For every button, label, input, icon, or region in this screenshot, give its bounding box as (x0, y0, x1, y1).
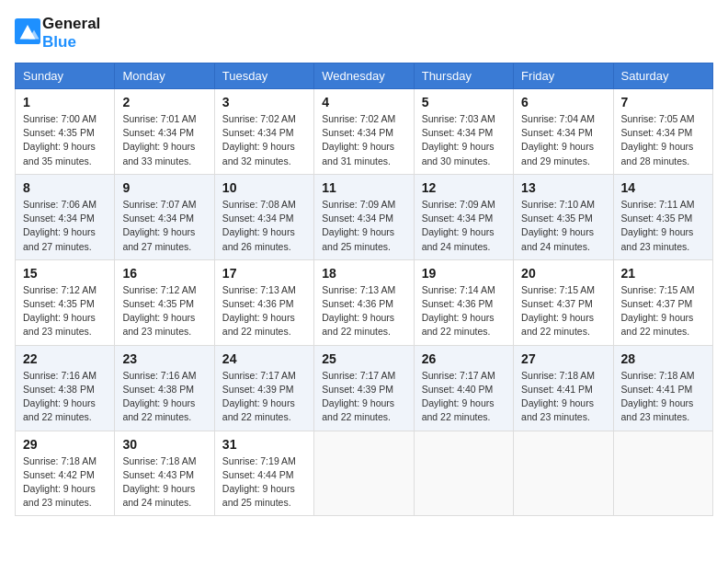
day-info: Sunrise: 7:15 AMSunset: 4:37 PMDaylight:… (621, 283, 705, 339)
day-number: 31 (222, 437, 306, 452)
day-number: 18 (322, 266, 405, 281)
day-info: Sunrise: 7:02 AMSunset: 4:34 PMDaylight:… (322, 112, 405, 168)
weekday-header: Thursday (414, 63, 513, 89)
weekday-header: Saturday (613, 63, 712, 89)
calendar-cell: 25Sunrise: 7:17 AMSunset: 4:39 PMDayligh… (314, 345, 414, 431)
calendar-cell: 6Sunrise: 7:04 AMSunset: 4:34 PMDaylight… (514, 89, 613, 175)
day-info: Sunrise: 7:13 AMSunset: 4:36 PMDaylight:… (322, 283, 405, 339)
calendar-cell: 18Sunrise: 7:13 AMSunset: 4:36 PMDayligh… (314, 259, 414, 345)
day-info: Sunrise: 7:18 AMSunset: 4:41 PMDaylight:… (621, 369, 705, 425)
calendar-week-row: 22Sunrise: 7:16 AMSunset: 4:38 PMDayligh… (16, 345, 713, 431)
calendar-week-row: 29Sunrise: 7:18 AMSunset: 4:42 PMDayligh… (16, 431, 713, 516)
calendar-cell (414, 431, 513, 516)
calendar-cell (514, 431, 613, 516)
day-info: Sunrise: 7:17 AMSunset: 4:39 PMDaylight:… (322, 369, 405, 425)
calendar-cell: 13Sunrise: 7:10 AMSunset: 4:35 PMDayligh… (514, 174, 613, 259)
day-number: 3 (222, 95, 306, 109)
calendar-cell: 31Sunrise: 7:19 AMSunset: 4:44 PMDayligh… (214, 431, 313, 516)
day-number: 25 (322, 351, 405, 366)
day-info: Sunrise: 7:15 AMSunset: 4:37 PMDaylight:… (521, 283, 605, 339)
calendar-cell: 2Sunrise: 7:01 AMSunset: 4:34 PMDaylight… (115, 89, 214, 175)
day-number: 20 (521, 266, 605, 281)
weekday-header: Friday (514, 63, 613, 89)
calendar-cell: 20Sunrise: 7:15 AMSunset: 4:37 PMDayligh… (514, 259, 613, 345)
weekday-header-row: SundayMondayTuesdayWednesdayThursdayFrid… (16, 63, 713, 89)
calendar-cell: 16Sunrise: 7:12 AMSunset: 4:35 PMDayligh… (115, 259, 214, 345)
weekday-header: Monday (115, 63, 214, 89)
weekday-header: Wednesday (314, 63, 414, 89)
weekday-header: Tuesday (214, 63, 313, 89)
day-number: 9 (122, 180, 206, 195)
day-number: 1 (23, 95, 107, 109)
calendar-week-row: 15Sunrise: 7:12 AMSunset: 4:35 PMDayligh… (16, 259, 713, 345)
calendar-cell: 23Sunrise: 7:16 AMSunset: 4:38 PMDayligh… (115, 345, 214, 431)
day-number: 10 (222, 180, 306, 195)
calendar-cell: 22Sunrise: 7:16 AMSunset: 4:38 PMDayligh… (16, 345, 115, 431)
calendar-cell: 21Sunrise: 7:15 AMSunset: 4:37 PMDayligh… (613, 259, 712, 345)
page-header: General Blue (15, 15, 713, 52)
day-number: 5 (422, 95, 506, 109)
calendar-cell: 28Sunrise: 7:18 AMSunset: 4:41 PMDayligh… (613, 345, 712, 431)
logo-text: General Blue (42, 15, 100, 52)
day-number: 28 (621, 351, 705, 366)
calendar-cell: 14Sunrise: 7:11 AMSunset: 4:35 PMDayligh… (613, 174, 712, 259)
day-info: Sunrise: 7:18 AMSunset: 4:41 PMDaylight:… (521, 369, 605, 425)
day-info: Sunrise: 7:18 AMSunset: 4:43 PMDaylight:… (122, 454, 206, 511)
day-info: Sunrise: 7:09 AMSunset: 4:34 PMDaylight:… (422, 198, 506, 254)
calendar-cell: 27Sunrise: 7:18 AMSunset: 4:41 PMDayligh… (514, 345, 613, 431)
day-number: 22 (23, 351, 107, 366)
day-number: 27 (521, 351, 605, 366)
day-info: Sunrise: 7:01 AMSunset: 4:34 PMDaylight:… (122, 112, 206, 168)
calendar-week-row: 8Sunrise: 7:06 AMSunset: 4:34 PMDaylight… (16, 174, 713, 259)
day-number: 6 (521, 95, 605, 109)
day-info: Sunrise: 7:16 AMSunset: 4:38 PMDaylight:… (23, 369, 107, 425)
day-info: Sunrise: 7:19 AMSunset: 4:44 PMDaylight:… (222, 454, 306, 511)
calendar-cell: 10Sunrise: 7:08 AMSunset: 4:34 PMDayligh… (214, 174, 313, 259)
calendar-cell: 4Sunrise: 7:02 AMSunset: 4:34 PMDaylight… (314, 89, 414, 175)
calendar-cell: 24Sunrise: 7:17 AMSunset: 4:39 PMDayligh… (214, 345, 313, 431)
day-number: 26 (422, 351, 506, 366)
day-info: Sunrise: 7:17 AMSunset: 4:40 PMDaylight:… (422, 369, 506, 425)
day-info: Sunrise: 7:10 AMSunset: 4:35 PMDaylight:… (521, 198, 605, 254)
calendar-cell: 9Sunrise: 7:07 AMSunset: 4:34 PMDaylight… (115, 174, 214, 259)
day-info: Sunrise: 7:16 AMSunset: 4:38 PMDaylight:… (122, 369, 206, 425)
calendar-cell: 26Sunrise: 7:17 AMSunset: 4:40 PMDayligh… (414, 345, 513, 431)
day-info: Sunrise: 7:08 AMSunset: 4:34 PMDaylight:… (222, 198, 306, 254)
day-number: 13 (521, 180, 605, 195)
logo: General Blue (15, 15, 100, 52)
day-info: Sunrise: 7:09 AMSunset: 4:34 PMDaylight:… (322, 198, 405, 254)
day-number: 11 (322, 180, 405, 195)
calendar-cell: 3Sunrise: 7:02 AMSunset: 4:34 PMDaylight… (214, 89, 313, 175)
day-info: Sunrise: 7:02 AMSunset: 4:34 PMDaylight:… (222, 112, 306, 168)
day-number: 19 (422, 266, 506, 281)
day-number: 24 (222, 351, 306, 366)
day-info: Sunrise: 7:03 AMSunset: 4:34 PMDaylight:… (422, 112, 506, 168)
day-number: 21 (621, 266, 705, 281)
calendar-cell: 29Sunrise: 7:18 AMSunset: 4:42 PMDayligh… (16, 431, 115, 516)
day-number: 30 (122, 437, 206, 452)
day-info: Sunrise: 7:06 AMSunset: 4:34 PMDaylight:… (23, 198, 107, 254)
calendar-week-row: 1Sunrise: 7:00 AMSunset: 4:35 PMDaylight… (16, 89, 713, 175)
day-number: 4 (322, 95, 405, 109)
calendar-cell (314, 431, 414, 516)
calendar-cell: 5Sunrise: 7:03 AMSunset: 4:34 PMDaylight… (414, 89, 513, 175)
calendar-cell: 8Sunrise: 7:06 AMSunset: 4:34 PMDaylight… (16, 174, 115, 259)
calendar-cell: 12Sunrise: 7:09 AMSunset: 4:34 PMDayligh… (414, 174, 513, 259)
calendar-cell: 7Sunrise: 7:05 AMSunset: 4:34 PMDaylight… (613, 89, 712, 175)
day-info: Sunrise: 7:18 AMSunset: 4:42 PMDaylight:… (23, 454, 107, 511)
day-info: Sunrise: 7:07 AMSunset: 4:34 PMDaylight:… (122, 198, 206, 254)
calendar-cell: 19Sunrise: 7:14 AMSunset: 4:36 PMDayligh… (414, 259, 513, 345)
calendar-cell: 17Sunrise: 7:13 AMSunset: 4:36 PMDayligh… (214, 259, 313, 345)
day-info: Sunrise: 7:13 AMSunset: 4:36 PMDaylight:… (222, 283, 306, 339)
calendar-cell: 11Sunrise: 7:09 AMSunset: 4:34 PMDayligh… (314, 174, 414, 259)
day-info: Sunrise: 7:11 AMSunset: 4:35 PMDaylight:… (621, 198, 705, 254)
day-number: 14 (621, 180, 705, 195)
day-info: Sunrise: 7:04 AMSunset: 4:34 PMDaylight:… (521, 112, 605, 168)
day-info: Sunrise: 7:17 AMSunset: 4:39 PMDaylight:… (222, 369, 306, 425)
day-number: 29 (23, 437, 107, 452)
day-number: 2 (122, 95, 206, 109)
calendar-cell (613, 431, 712, 516)
day-number: 7 (621, 95, 705, 109)
day-info: Sunrise: 7:12 AMSunset: 4:35 PMDaylight:… (122, 283, 206, 339)
day-number: 16 (122, 266, 206, 281)
